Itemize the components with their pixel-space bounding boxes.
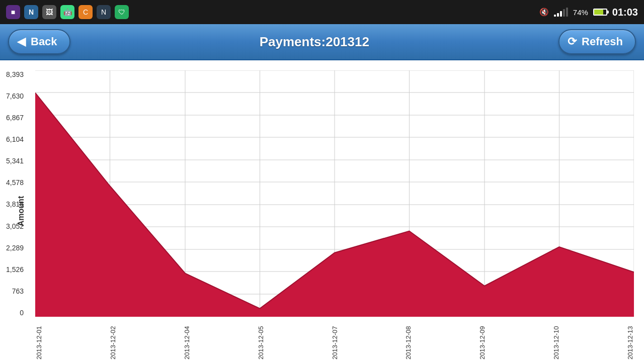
signal-bar-5 (566, 8, 568, 17)
signal-bar-3 (560, 11, 562, 17)
back-button[interactable]: ◀ Back (8, 29, 70, 54)
x-axis-labels: 2013-12-01 2013-12-02 2013-12-04 2013-12… (35, 319, 634, 359)
signal-bar-1 (554, 15, 556, 17)
y-axis-labels: 8,393 7,630 6,867 6,104 5,341 4,578 3,81… (6, 70, 24, 317)
android-icon: 🤖 (60, 5, 74, 19)
y-label-2289: 2,289 (6, 244, 24, 252)
refresh-button[interactable]: ⟳ Refresh (558, 29, 636, 54)
signal-bars (554, 8, 568, 17)
y-label-3052: 3,052 (6, 222, 24, 230)
image-icon: 🖼 (42, 5, 56, 19)
battery-percent: 74% (573, 8, 588, 17)
x-label-1213: 2013-12-13 (626, 319, 634, 359)
back-label: Back (31, 35, 57, 48)
y-label-3815: 3,815 (6, 200, 24, 208)
n2-icon: N (97, 5, 111, 19)
battery-icon (593, 9, 607, 16)
signal-bar-2 (557, 13, 559, 17)
page-title: Payments:201312 (260, 34, 369, 50)
n-icon: N (24, 5, 38, 19)
y-label-1526: 1,526 (6, 265, 24, 274)
time-display: 01:03 (612, 7, 638, 18)
status-icons-right: 🔇 74% 01:03 (539, 7, 638, 18)
back-arrow-icon: ◀ (17, 35, 26, 48)
x-label-1209: 2013-12-09 (478, 319, 486, 359)
x-label-1207: 2013-12-07 (331, 319, 339, 359)
x-label-1202: 2013-12-02 (109, 319, 117, 359)
y-label-5341: 5,341 (6, 157, 24, 165)
nav-bar: ◀ Back Payments:201312 ⟳ Refresh (0, 24, 644, 60)
x-label-1204: 2013-12-04 (183, 319, 191, 359)
chart-container: Amount (0, 60, 644, 362)
chart-inner: 8,393 7,630 6,867 6,104 5,341 4,578 3,81… (35, 70, 634, 317)
x-label-1205: 2013-12-05 (257, 319, 265, 359)
x-label-1210: 2013-12-10 (552, 319, 560, 359)
y-label-6867: 6,867 (6, 114, 24, 122)
blackberry-icon: ■ (6, 5, 20, 19)
status-bar: ■ N 🖼 🤖 C N 🛡 🔇 74% 01:03 (0, 0, 644, 24)
y-label-7630: 7,630 (6, 92, 24, 100)
y-label-4578: 4,578 (6, 178, 24, 187)
refresh-icon: ⟳ (568, 35, 577, 48)
mute-icon: 🔇 (539, 8, 549, 17)
c-icon: C (78, 5, 93, 19)
status-icons-left: ■ N 🖼 🤖 C N 🛡 (6, 5, 129, 19)
signal-bar-4 (563, 9, 565, 17)
y-label-6104: 6,104 (6, 135, 24, 143)
y-label-0: 0 (6, 309, 24, 317)
chart-svg (35, 70, 634, 317)
y-label-763: 763 (6, 287, 24, 295)
refresh-label: Refresh (582, 35, 623, 48)
shield-icon: 🛡 (115, 5, 129, 19)
y-label-8393: 8,393 (6, 70, 24, 78)
x-label-1208: 2013-12-08 (405, 319, 412, 359)
x-label-1201: 2013-12-01 (35, 319, 43, 359)
